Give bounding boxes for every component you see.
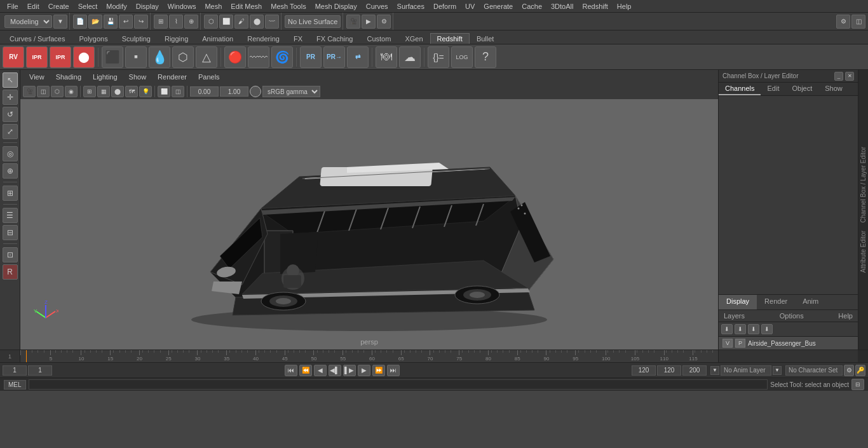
- shelf-icon-red[interactable]: ⬤: [73, 46, 95, 68]
- select-tool-btn[interactable]: ↖: [3, 72, 18, 88]
- display-layer-btn[interactable]: ☰: [3, 208, 18, 223]
- step-back-btn[interactable]: ⏪: [299, 365, 312, 376]
- select-by-paint-btn[interactable]: 🖌: [234, 15, 248, 29]
- new-scene-btn[interactable]: 📄: [73, 15, 87, 29]
- anim-start2-input[interactable]: [682, 365, 707, 376]
- menu-create[interactable]: Create: [44, 1, 74, 11]
- layers-menu-options[interactable]: Options: [780, 312, 804, 320]
- menu-redshift[interactable]: Redshift: [578, 1, 612, 11]
- menu-modify[interactable]: Modify: [102, 1, 131, 11]
- shelf-tab-sculpting[interactable]: Sculpting: [115, 33, 158, 44]
- vp-grid-btn[interactable]: ⊞: [83, 86, 96, 97]
- vp-wire-btn[interactable]: ▦: [97, 86, 110, 97]
- vp-smooth-btn[interactable]: ⬤: [111, 86, 124, 97]
- shelf-tab-redshift[interactable]: Redshift: [430, 33, 470, 44]
- select-by-lasso-btn[interactable]: ⬡: [204, 15, 218, 29]
- snap-btn[interactable]: ⊕: [3, 163, 18, 179]
- vp-color-profile-dropdown[interactable]: sRGB gamma: [262, 86, 320, 97]
- menu-3dtall[interactable]: 3DtoAll: [546, 1, 578, 11]
- shelf-tab-rendering[interactable]: Rendering: [240, 33, 287, 44]
- layer-create3-btn[interactable]: ⬇: [748, 324, 759, 334]
- menu-cache[interactable]: Cache: [517, 1, 546, 11]
- cb-minimize-btn[interactable]: _: [834, 72, 843, 81]
- shelf-icon-rv[interactable]: RV: [3, 46, 24, 68]
- viewport-menu-show[interactable]: Show: [124, 72, 152, 82]
- select-mode-btn[interactable]: ⬤: [250, 15, 264, 29]
- render-settings-btn[interactable]: ⚙: [377, 15, 391, 29]
- layer-create4-btn[interactable]: ⬇: [761, 324, 773, 334]
- menu-file[interactable]: File: [3, 1, 23, 11]
- shelf-tab-polygons[interactable]: Polygons: [72, 33, 114, 44]
- shelf-icon-knot[interactable]: 🌀: [271, 46, 293, 68]
- vp-toggle-btn[interactable]: ◫: [37, 86, 50, 97]
- start-frame-input[interactable]: 1: [28, 365, 52, 376]
- rotate-tool-btn[interactable]: ↺: [3, 107, 18, 122]
- vp-light-btn[interactable]: 💡: [139, 86, 152, 97]
- mel-mode-btn[interactable]: MEL: [4, 380, 26, 390]
- shelf-icon-dish[interactable]: 🍽: [376, 46, 397, 68]
- shelf-icon-log[interactable]: LOG: [451, 46, 473, 68]
- shelf-icon-cone[interactable]: △: [196, 46, 217, 68]
- snap-curve-btn[interactable]: ⌇: [169, 15, 183, 29]
- menu-uv[interactable]: UV: [461, 1, 479, 11]
- viewport-menu-panels[interactable]: Panels: [193, 72, 225, 82]
- layer-create-btn[interactable]: ⬇: [721, 324, 733, 334]
- goto-end-btn[interactable]: ⏭: [387, 365, 400, 376]
- menu-mesh-tools[interactable]: Mesh Tools: [266, 1, 310, 11]
- shelf-icon-wave[interactable]: 〰〰: [248, 46, 269, 68]
- shelf-icon-box[interactable]: ▪: [125, 46, 147, 68]
- vp-zoom-input[interactable]: 1.00: [220, 86, 248, 97]
- char-set-settings-btn[interactable]: ⚙: [844, 365, 854, 376]
- menu-deform[interactable]: Deform: [429, 1, 461, 11]
- dr-tab-anim[interactable]: Anim: [795, 295, 826, 309]
- snap-point-btn[interactable]: ⊕: [184, 15, 198, 29]
- quick-layout-btn[interactable]: ⊡: [3, 247, 18, 262]
- attribute-editor-edge-label[interactable]: Attribute Editor: [860, 227, 867, 276]
- viewport-menu-view[interactable]: View: [24, 72, 50, 82]
- vp-texture-btn[interactable]: 🗺: [125, 86, 138, 97]
- select-crv-btn[interactable]: 〰: [265, 15, 279, 29]
- shelf-icon-script[interactable]: {}=: [428, 46, 449, 68]
- shelf-tab-fx-caching[interactable]: FX Caching: [309, 33, 360, 44]
- menu-surfaces[interactable]: Surfaces: [393, 1, 429, 11]
- soft-select-btn[interactable]: ◎: [3, 146, 18, 161]
- shelf-tab-bullet[interactable]: Bullet: [470, 33, 501, 44]
- menu-curves[interactable]: Curves: [362, 1, 393, 11]
- shelf-tab-curves-surfaces[interactable]: Curves / Surfaces: [3, 33, 72, 44]
- viewport-menu-renderer[interactable]: Renderer: [153, 72, 192, 82]
- step-fwd-btn[interactable]: ⏩: [372, 365, 385, 376]
- anim-layer-expand[interactable]: ▼: [773, 366, 782, 375]
- shelf-icon-pr1[interactable]: PR: [300, 46, 322, 68]
- select-by-marquee-btn[interactable]: ⬜: [219, 15, 233, 29]
- redo-btn[interactable]: ↪: [134, 15, 148, 29]
- viewport-menu-lighting[interactable]: Lighting: [88, 72, 123, 82]
- open-btn[interactable]: 📂: [88, 15, 102, 29]
- render-view-btn[interactable]: 🎥: [346, 15, 360, 29]
- shelf-icon-pr3[interactable]: ⇄: [347, 46, 369, 68]
- play-fwd-btn[interactable]: ▌▶: [343, 365, 356, 376]
- menu-select[interactable]: Select: [74, 1, 102, 11]
- vp-bbox-btn[interactable]: ⬜: [158, 86, 170, 97]
- shelf-tab-custom[interactable]: Custom: [360, 33, 398, 44]
- layers-menu-layers[interactable]: Layers: [724, 312, 745, 320]
- cb-tab-channels[interactable]: Channels: [719, 83, 761, 95]
- ui-btn[interactable]: ◫: [851, 15, 865, 29]
- layer-type-btn[interactable]: P: [735, 339, 745, 348]
- anim-layer-arrow[interactable]: ▼: [710, 366, 719, 375]
- shelf-tab-fx[interactable]: FX: [287, 33, 309, 44]
- vp-rotation-input[interactable]: 0.00: [190, 86, 219, 97]
- vp-xray-btn[interactable]: ◉: [65, 86, 78, 97]
- vp-camera-btn[interactable]: 🎥: [23, 86, 36, 97]
- command-input[interactable]: [29, 379, 768, 390]
- shelf-icon-question[interactable]: ?: [475, 46, 496, 68]
- menu-mesh-display[interactable]: Mesh Display: [311, 1, 362, 11]
- cb-tab-object[interactable]: Object: [785, 83, 818, 95]
- cb-tab-edit[interactable]: Edit: [761, 83, 785, 95]
- end-frame-input[interactable]: [632, 365, 656, 376]
- next-key-btn[interactable]: ▶: [358, 365, 370, 376]
- cb-tab-show[interactable]: Show: [818, 83, 849, 95]
- menu-display[interactable]: Display: [132, 1, 163, 11]
- move-tool-btn[interactable]: ✛: [3, 90, 18, 105]
- shelf-icon-sphere[interactable]: 💧: [149, 46, 170, 68]
- dr-tab-display[interactable]: Display: [719, 295, 757, 309]
